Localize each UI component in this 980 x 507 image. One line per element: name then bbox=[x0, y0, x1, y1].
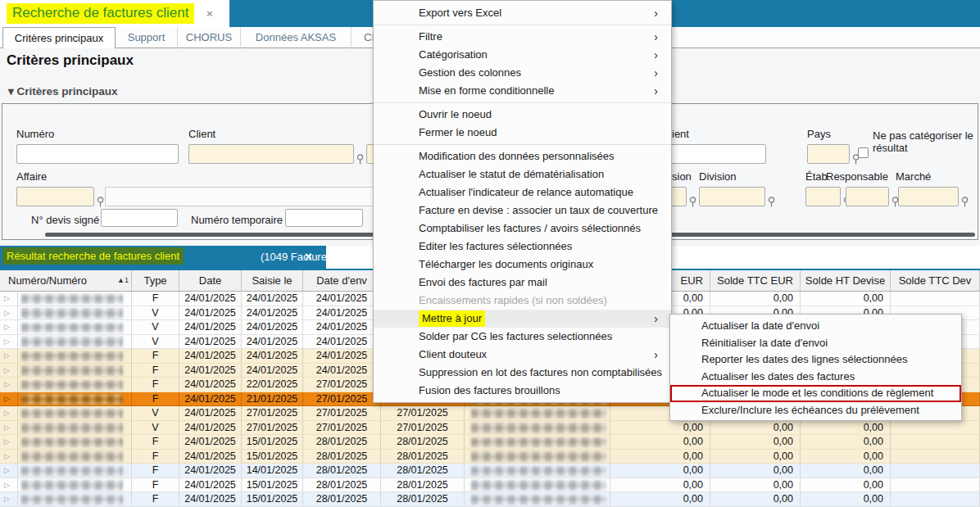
submenu-item-r-initialiser-la-date-d-envoi[interactable]: Réinitialiser la date d'envoi bbox=[670, 335, 961, 352]
table-row[interactable]: ▷F24/01/202515/01/202528/01/202528/01/20… bbox=[0, 450, 980, 464]
cell-saisie-le: 27/01/2025 bbox=[242, 406, 303, 421]
cell-date-2: 27/01/2025 bbox=[381, 406, 465, 421]
cell-client bbox=[465, 406, 610, 421]
col-solde-ttc-devise[interactable]: Solde TTC Dev bbox=[891, 270, 980, 291]
col-type[interactable]: Type bbox=[132, 270, 179, 291]
menu-item-modification-des-donn-es-personnalis-es[interactable]: Modification des données personnalisées bbox=[374, 147, 671, 165]
menu-item-ouvrir-le-noeud[interactable]: Ouvrir le noeud bbox=[374, 106, 671, 124]
submenu-item-actualiser-les-dates-des-factures[interactable]: Actualiser les dates des factures bbox=[670, 369, 961, 386]
submenu-item-exclure-inclure-les-ch-ances-du-pr-l-vem[interactable]: Exclure/Inclure les échéances du prélève… bbox=[670, 402, 961, 419]
cell-solde-ttc-eur: 0,00 bbox=[710, 292, 801, 306]
menu-item-actualiser-l-indicateur-de-relance-autom[interactable]: Actualiser l'indicateur de relance autom… bbox=[374, 183, 671, 201]
tab-donn-es-aksas[interactable]: Données AKSAS bbox=[241, 27, 352, 48]
menu-item-client-douteux[interactable]: Client douteux› bbox=[374, 346, 671, 364]
col-solde-ttc-eur[interactable]: Solde TTC EUR bbox=[710, 270, 801, 291]
cell-date: 24/01/2025 bbox=[179, 335, 242, 350]
etablissement-input[interactable] bbox=[805, 187, 841, 206]
table-row[interactable]: ▷F24/01/202515/01/202528/01/202528/01/20… bbox=[0, 435, 980, 450]
criteria-group-header[interactable]: ▾ Critères principaux bbox=[8, 84, 118, 97]
collapse-arrow-icon: ▾ bbox=[8, 85, 14, 97]
menu-item-fermer-le-noeud[interactable]: Fermer le noeud bbox=[374, 124, 671, 142]
affaire-label: Affaire bbox=[16, 170, 47, 183]
cell-expander bbox=[0, 335, 18, 350]
redacted-numero bbox=[21, 351, 123, 362]
menu-separator bbox=[374, 102, 671, 103]
cell-expander bbox=[0, 421, 18, 436]
cell-numero bbox=[18, 364, 132, 378]
menu-item-editer-les-factures-s-lectionn-es[interactable]: Editer les factures sélectionnées bbox=[374, 238, 671, 256]
results-tab-close-icon[interactable]: × bbox=[305, 249, 312, 263]
marche-label: Marché bbox=[896, 170, 931, 183]
cell-client bbox=[465, 492, 610, 507]
marche-input[interactable] bbox=[898, 187, 959, 206]
location-pin-icon bbox=[961, 197, 969, 207]
responsable-input[interactable] bbox=[846, 187, 889, 206]
cell-date: 24/01/2025 bbox=[179, 478, 242, 493]
cell-date-envoi: 24/01/2025 bbox=[303, 364, 381, 378]
cell-date-envoi: 28/01/2025 bbox=[303, 435, 381, 450]
menu-item-facture-en-devise-associer-un-taux-de-co[interactable]: Facture en devise : associer un taux de … bbox=[374, 201, 671, 220]
menu-item-envoi-des-factures-par-mail[interactable]: Envoi des factures par mail bbox=[374, 274, 671, 292]
cell-type: F bbox=[132, 364, 179, 378]
cell-solde-ht-devise: 0,00 bbox=[801, 464, 891, 478]
cell-client bbox=[465, 478, 610, 493]
menu-item-gestion-des-colonnes[interactable]: Gestion des colonnes› bbox=[374, 64, 671, 82]
cell-numero bbox=[18, 450, 132, 464]
cell-saisie-le: 15/01/2025 bbox=[242, 450, 303, 464]
division-input[interactable] bbox=[699, 187, 765, 206]
numero-input[interactable] bbox=[16, 144, 179, 164]
submenu-item-actualiser-la-date-d-envoi[interactable]: Actualiser la date d'envoi bbox=[670, 318, 961, 335]
menu-item-filtre[interactable]: Filtre› bbox=[374, 28, 671, 46]
cell-solde-ttc-eur: 0,00 bbox=[710, 464, 801, 478]
submenu-arrow-icon: › bbox=[654, 28, 658, 46]
cell-solde-ht-eur: 0,00 bbox=[610, 421, 710, 436]
cell-expander bbox=[0, 392, 18, 407]
table-row[interactable]: ▷F24/01/202514/01/202528/01/202528/01/20… bbox=[0, 464, 980, 478]
cell-solde-ttc-eur: 0,00 bbox=[710, 435, 801, 450]
cell-type: F bbox=[132, 450, 179, 464]
submenu-item-reporter-les-dates-des-lignes-s-lectionn[interactable]: Reporter les dates des lignes sélectionn… bbox=[670, 351, 961, 369]
results-tab[interactable]: Résultat recherche de factures client (1… bbox=[0, 246, 326, 269]
document-tab-close-icon[interactable]: × bbox=[206, 7, 213, 20]
menu-item-suppression-en-lot-des-factures-non-comp[interactable]: Suppression en lot des factures non comp… bbox=[374, 364, 671, 382]
cell-saisie-le: 24/01/2025 bbox=[242, 292, 303, 306]
client-code-input[interactable] bbox=[188, 144, 354, 164]
tab-crit-res-principaux[interactable]: Critères principaux bbox=[2, 27, 116, 49]
devis-signe-input[interactable] bbox=[101, 209, 178, 227]
pays-input[interactable] bbox=[807, 144, 850, 164]
cell-date: 24/01/2025 bbox=[179, 435, 242, 450]
menu-item-fusion-des-factures-brouillons[interactable]: Fusion des factures brouillons bbox=[374, 382, 671, 400]
col-saisie-le[interactable]: Saisie le bbox=[242, 270, 303, 291]
cell-type: V bbox=[132, 306, 179, 321]
cell-numero bbox=[18, 378, 132, 392]
menu-item-t-l-charger-les-documents-originaux[interactable]: Télécharger les documents originaux bbox=[374, 256, 671, 274]
cell-date-envoi: 27/01/2025 bbox=[303, 378, 381, 392]
tab-support[interactable]: Support bbox=[116, 27, 178, 48]
cell-numero bbox=[18, 492, 132, 507]
cell-solde-ttc-devise bbox=[891, 435, 980, 450]
tab-chorus[interactable]: CHORUS bbox=[178, 27, 241, 48]
menu-item-comptabiliser-les-factures-avoirs-s-lect[interactable]: Comptabiliser les factures / avoirs séle… bbox=[374, 220, 671, 238]
table-row[interactable]: ▷F24/01/202515/01/202528/01/202528/01/20… bbox=[0, 492, 980, 507]
col-date[interactable]: Date bbox=[179, 270, 242, 291]
table-row[interactable]: ▷V24/01/202527/01/202527/01/202527/01/20… bbox=[0, 421, 980, 436]
menu-item-solder-par-cg-les-factures-selectionn-es[interactable]: Solder par CG les factures selectionnées bbox=[374, 328, 671, 346]
cell-date-envoi: 27/01/2025 bbox=[303, 392, 381, 407]
cell-date-envoi: 27/01/2025 bbox=[303, 421, 381, 436]
menu-item-export-vers-excel[interactable]: Export vers Excel› bbox=[374, 4, 671, 22]
menu-item-mise-en-forme-conditionnelle[interactable]: Mise en forme conditionnelle› bbox=[374, 82, 671, 100]
cell-date-2: 28/01/2025 bbox=[381, 492, 465, 507]
categorize-checkbox[interactable] bbox=[858, 147, 869, 158]
menu-item-mettre-jour[interactable]: Mettre à jour› bbox=[374, 310, 671, 328]
menu-item-cat-gorisation[interactable]: Catégorisation› bbox=[374, 46, 671, 64]
col-date-envoi[interactable]: Date d'env bbox=[303, 270, 381, 291]
menu-item-actualiser-le-statut-de-d-mat-rialisatio[interactable]: Actualiser le statut de dématérialisatio… bbox=[374, 165, 671, 183]
col-numero[interactable]: Numéro/Numéro▲1 bbox=[0, 270, 132, 291]
table-row[interactable]: ▷F24/01/202515/01/202528/01/202528/01/20… bbox=[0, 478, 980, 493]
affaire-code-input[interactable] bbox=[16, 187, 94, 206]
numero-temporaire-input[interactable] bbox=[285, 209, 363, 227]
submenu-item-actualiser-le-mode-et-les-conditions-de-[interactable]: Actualiser le mode et les conditions de … bbox=[670, 385, 961, 402]
document-tab[interactable]: Recherche de factures client × bbox=[0, 0, 229, 27]
cell-date-envoi: 24/01/2025 bbox=[303, 292, 381, 306]
col-solde-ht-devise[interactable]: Solde HT Devise bbox=[801, 270, 891, 291]
